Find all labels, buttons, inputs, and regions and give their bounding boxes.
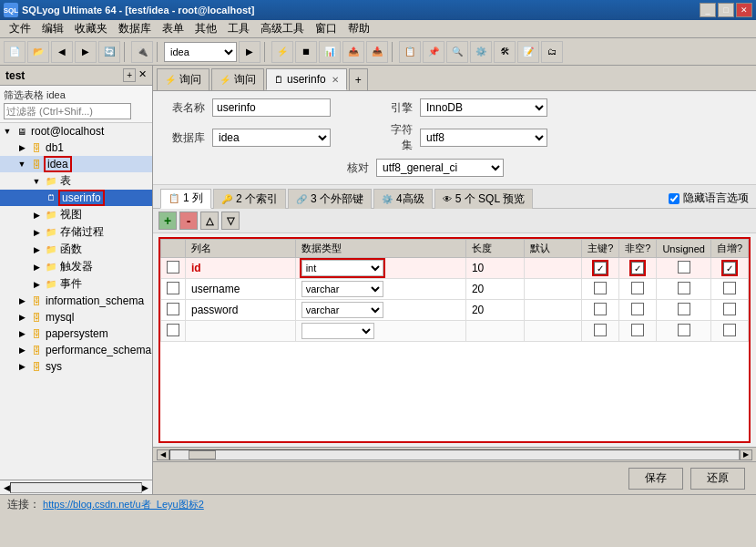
toolbar-btn-extra1[interactable]: 🛠 [494,41,516,63]
cell-default-username[interactable] [524,279,582,300]
row-checkbox-username[interactable] [161,279,186,300]
toolbar-btn-open[interactable]: 📂 [27,41,49,63]
tab-query-2[interactable]: ⚡ 询问 [211,68,264,90]
cell-length-username[interactable]: 20 [465,279,524,300]
tree-toggle-sys[interactable]: ▶ [15,362,29,371]
checkbox-id[interactable] [167,261,179,274]
cell-unsigned-empty[interactable] [657,321,710,342]
tree-toggle-functions[interactable]: ▶ [29,245,44,254]
sidebar-close[interactable]: ✕ [138,68,147,82]
menu-other[interactable]: 其他 [189,19,222,38]
sub-tab-sql[interactable]: 👁 5 个 SQL 预览 [434,189,533,209]
toolbar-btn-stop[interactable]: ⏹ [295,41,317,63]
cell-length-id[interactable]: 10 [465,258,524,279]
toolbar-btn-go[interactable]: ▶ [239,41,261,63]
type-select-password[interactable]: varchar [301,302,383,318]
toolbar-btn-refresh[interactable]: 🔄 [98,41,120,63]
tree-toggle-events[interactable]: ▶ [29,280,44,289]
row-checkbox-empty[interactable] [161,321,186,342]
scroll-left-arrow[interactable]: ◀ [157,449,169,460]
checkbox-auto-id[interactable] [723,262,736,274]
cell-auto-password[interactable] [710,300,748,321]
toolbar-btn-extra2[interactable]: 📝 [517,41,539,63]
save-button[interactable]: 保存 [628,468,683,490]
sidebar-item-tables-folder[interactable]: ▼ 📁 表 [0,172,152,190]
cell-default-password[interactable] [524,300,582,321]
type-select-username[interactable]: varchar [301,281,383,297]
cell-name-username[interactable]: username [186,279,296,300]
menu-favorites[interactable]: 收藏夹 [69,19,113,38]
checkbox-unsigned-id[interactable] [678,261,690,274]
cell-primary-empty[interactable] [582,321,619,342]
toolbar-btn-export[interactable]: 📤 [342,41,364,63]
sidebar-item-triggers[interactable]: ▶ 📁 触发器 [0,258,152,275]
cell-type-id[interactable]: int [295,258,465,279]
toolbar-btn-table[interactable]: 📊 [319,41,341,63]
checkbox-notnull-id[interactable] [631,262,644,274]
sidebar-add-tab[interactable]: + [123,68,136,82]
tab-query-1[interactable]: ⚡ 询问 [157,68,209,90]
checkbox-notnull-password[interactable] [631,303,644,315]
sidebar-item-events[interactable]: ▶ 📁 事件 [0,275,152,293]
checkbox-unsigned-empty[interactable] [678,324,690,336]
close-button[interactable]: ✕ [736,3,752,17]
sub-tab-columns[interactable]: 📋 1 列 [160,189,211,209]
checkbox-notnull-username[interactable] [631,282,644,294]
cell-primary-id[interactable] [582,258,619,279]
menu-window[interactable]: 窗口 [310,19,342,38]
filter-input[interactable] [4,103,131,119]
menu-help[interactable]: 帮助 [342,19,375,38]
checkbox-empty[interactable] [167,324,179,336]
tree-toggle-is[interactable]: ▶ [15,296,29,305]
menu-edit[interactable]: 编辑 [36,19,69,38]
sidebar-item-root[interactable]: ▼ 🖥 root@localhost [0,123,152,139]
sidebar-item-views[interactable]: ▶ 📁 视图 [0,206,152,223]
tree-toggle-db1[interactable]: ▶ [15,143,29,152]
checkbox-primary-empty[interactable] [594,324,607,336]
sidebar-item-sys[interactable]: ▶ 🗄 sys [0,358,152,375]
scroll-thumb[interactable] [189,450,216,459]
sub-tab-advanced[interactable]: ⚙️ 4高级 [373,189,433,209]
scroll-track[interactable] [169,449,740,460]
menu-database[interactable]: 数据库 [113,19,157,38]
toolbar-btn-settings[interactable]: ⚙️ [470,41,492,63]
cell-name-password[interactable]: password [186,300,296,321]
sidebar-item-functions[interactable]: ▶ 📁 函数 [0,241,152,258]
type-select-id[interactable]: int [301,260,383,276]
cell-length-password[interactable]: 20 [465,300,524,321]
col-btn-down[interactable]: ▽ [221,212,240,230]
menu-tools[interactable]: 工具 [222,19,255,38]
sub-tab-indexes[interactable]: 🔑 2 个索引 [213,189,286,209]
sidebar-scrollbar[interactable] [10,482,142,493]
sidebar-scroll-right[interactable]: ▶ [142,483,148,492]
row-checkbox-password[interactable] [161,300,186,321]
col-btn-remove[interactable]: - [179,212,198,230]
cell-default-empty[interactable] [524,321,582,342]
col-btn-add[interactable]: + [158,212,177,230]
tree-toggle-perf[interactable]: ▶ [15,346,29,355]
cell-notnull-empty[interactable] [619,321,657,342]
col-btn-up[interactable]: △ [200,212,219,230]
cell-primary-username[interactable] [582,279,619,300]
checkbox-notnull-empty[interactable] [631,324,644,336]
tree-toggle-procedures[interactable]: ▶ [29,228,44,237]
menu-file[interactable]: 文件 [4,19,36,38]
horizontal-scrollbar[interactable]: ◀ ▶ [153,447,756,461]
menu-table[interactable]: 表单 [157,19,189,38]
checkbox-primary-id[interactable] [594,262,607,274]
checkbox-auto-password[interactable] [723,303,736,315]
menu-advanced[interactable]: 高级工具 [255,19,310,38]
checkbox-auto-username[interactable] [723,282,736,294]
status-link[interactable]: https://blog.csdn.net/u者_Leyu图标2 [43,499,204,510]
form-input-name[interactable] [212,98,331,117]
form-select-engine[interactable]: InnoDB [420,98,547,117]
toolbar-btn-query[interactable]: ⚡ [271,41,293,63]
tree-toggle-tables[interactable]: ▼ [29,177,44,186]
sidebar-item-db1[interactable]: ▶ 🗄 db1 [0,139,152,156]
form-select-collation[interactable]: utf8_general_ci [376,159,504,177]
sidebar-item-userinfo[interactable]: 🗒 userinfo [0,190,152,206]
tab-close-userinfo[interactable]: ✕ [332,75,339,85]
hide-lang-checkbox[interactable] [669,193,679,204]
cell-type-password[interactable]: varchar [295,300,465,321]
toolbar-btn-search[interactable]: 🔍 [446,41,468,63]
